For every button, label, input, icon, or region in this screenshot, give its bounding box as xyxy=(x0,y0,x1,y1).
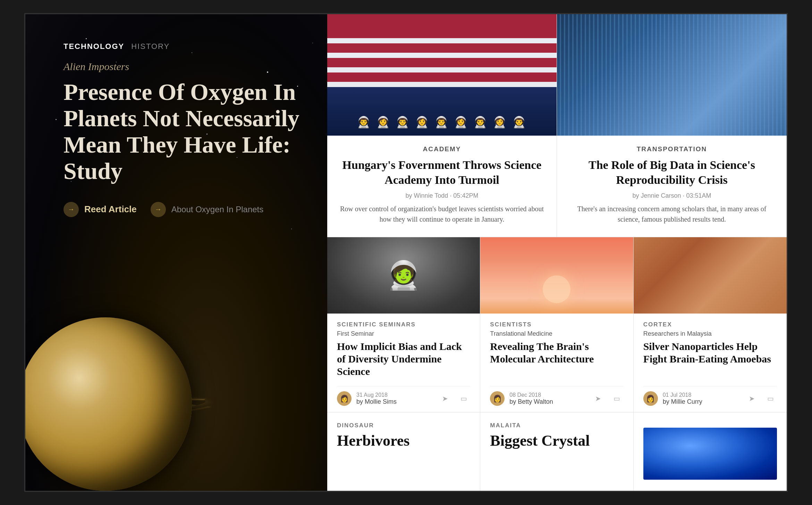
bookmark-icon[interactable]: ▭ xyxy=(457,392,470,405)
bigdata-category: TRANSPORTATION xyxy=(569,145,774,153)
share-icon[interactable]: ➤ xyxy=(438,392,451,405)
bigdata-image xyxy=(557,14,787,136)
brain-bookmark-icon[interactable]: ▭ xyxy=(610,392,624,405)
brain-actions: ➤ ▭ xyxy=(592,392,624,405)
betty-avatar: 👩 xyxy=(490,391,505,406)
crystal-title[interactable]: Biggest Crystal xyxy=(490,433,623,449)
nano-card: CORTEX Researchers in Malaysia Silver Na… xyxy=(634,237,787,412)
herbivores-card: DINOSAUR Herbivores xyxy=(327,412,480,491)
hungary-meta: by Winnie Todd · 05:42PM xyxy=(340,192,544,199)
middle-row: SCIENTIFIC SEMINARS First Seminar How Im… xyxy=(327,237,787,412)
breadcrumb-tags: TECHNOLOGY HISTORY xyxy=(64,42,306,51)
blue-sphere-image xyxy=(643,428,777,480)
implicit-bias-subcategory: First Seminar xyxy=(337,330,470,337)
nano-footer: 👩 01 Jul 2018 by Millie Curry ➤ ▭ xyxy=(643,386,777,406)
bigdata-meta: by Jennie Carson · 03:51AM xyxy=(569,192,774,199)
betty-info: 08 Dec 2018 by Betty Walton xyxy=(509,392,586,405)
hungary-title[interactable]: Hungary's Fovernment Throws Science Acad… xyxy=(340,158,544,187)
hungary-card-body: ACADEMY Hungary's Fovernment Throws Scie… xyxy=(327,136,557,237)
brain-date: 08 Dec 2018 xyxy=(509,392,586,398)
mollie-info: 31 Aug 2018 by Mollie Sims xyxy=(356,392,433,405)
tag-technology[interactable]: TECHNOLOGY xyxy=(64,42,124,51)
hero-title: Presence Of Oxygen In Planets Not Necess… xyxy=(64,79,299,185)
herbivores-category: DINOSAUR xyxy=(337,422,470,429)
saturn-illustration xyxy=(25,276,268,491)
bigdata-excerpt: There's an increasing concern among scho… xyxy=(569,204,774,224)
about-oxygen-link[interactable]: → About Oxygen In Planets xyxy=(151,202,264,217)
implicit-bias-footer: 👩 31 Aug 2018 by Mollie Sims ➤ ▭ xyxy=(337,386,470,406)
millie-info: 01 Jul 2018 by Millie Curry xyxy=(663,392,740,405)
astronauts-group-image xyxy=(327,14,557,136)
crystal-card: MALAITA Biggest Crystal xyxy=(480,412,633,491)
bottom-row: DINOSAUR Herbivores MALAITA Biggest Crys… xyxy=(327,412,787,491)
brain-author: by Betty Walton xyxy=(509,398,586,405)
implicit-bias-actions: ➤ ▭ xyxy=(438,392,470,405)
read-article-label: Reed Article xyxy=(84,204,137,215)
hungary-image xyxy=(327,14,557,136)
nano-title[interactable]: Silver Nanoparticles Help Fight Brain-Ea… xyxy=(643,340,777,382)
herbivores-title[interactable]: Herbivores xyxy=(337,433,470,449)
hero-links: → Reed Article → About Oxygen In Planets xyxy=(64,202,306,217)
brain-category: SCIENTISTS xyxy=(490,321,623,328)
nano-actions: ➤ ▭ xyxy=(745,392,777,405)
brain-image xyxy=(480,237,633,314)
nano-category: CORTEX xyxy=(643,321,777,328)
hungary-time: 05:42PM xyxy=(453,192,478,199)
brain-body: SCIENTISTS Translational Medicine Reveal… xyxy=(480,314,633,412)
hungary-card: ACADEMY Hungary's Fovernment Throws Scie… xyxy=(327,14,557,237)
bigdata-time: 03:51AM xyxy=(686,192,711,199)
skin-image xyxy=(634,237,787,314)
implicit-bias-body: SCIENTIFIC SEMINARS First Seminar How Im… xyxy=(327,314,480,412)
mollie-avatar: 👩 xyxy=(337,391,352,406)
pink-sky-image xyxy=(480,237,633,314)
implicit-bias-card: SCIENTIFIC SEMINARS First Seminar How Im… xyxy=(327,237,480,412)
hungary-excerpt: Row over control of organization's budge… xyxy=(340,204,544,224)
nano-body: CORTEX Researchers in Malaysia Silver Na… xyxy=(634,314,787,412)
brain-card: SCIENTISTS Translational Medicine Reveal… xyxy=(480,237,633,412)
tag-history[interactable]: HISTORY xyxy=(131,42,170,51)
bigdata-author: Jennie Carson xyxy=(641,192,681,199)
nano-bookmark-icon[interactable]: ▭ xyxy=(764,392,777,405)
implicit-bias-image xyxy=(327,237,480,314)
orange-suit-image xyxy=(327,237,480,314)
about-arrow-icon: → xyxy=(151,202,166,217)
about-oxygen-label: About Oxygen In Planets xyxy=(171,205,264,214)
nano-subcategory: Researchers in Malaysia xyxy=(643,330,777,337)
nano-date: 01 Jul 2018 xyxy=(663,392,740,398)
bigdata-title[interactable]: The Role of Big Data in Science's Reprod… xyxy=(569,158,774,187)
brain-share-icon[interactable]: ➤ xyxy=(592,392,605,405)
brain-subcategory: Translational Medicine xyxy=(490,330,623,337)
bigdata-card-body: TRANSPORTATION The Role of Big Data in S… xyxy=(557,136,787,237)
millie-avatar: 👩 xyxy=(643,391,658,406)
extra-card xyxy=(634,412,787,491)
implicit-bias-author: by Mollie Sims xyxy=(356,398,433,405)
hungary-category: ACADEMY xyxy=(340,145,544,153)
implicit-bias-category: SCIENTIFIC SEMINARS xyxy=(337,321,470,328)
implicit-bias-date: 31 Aug 2018 xyxy=(356,392,433,398)
news-grid: ACADEMY Hungary's Fovernment Throws Scie… xyxy=(327,14,787,491)
brain-title[interactable]: Revealing The Brain's Molecular Architec… xyxy=(490,340,623,382)
hero-content: TECHNOLOGY HISTORY Alien Imposters Prese… xyxy=(64,42,306,217)
hungary-author: Winnie Todd xyxy=(414,192,448,199)
nano-share-icon[interactable]: ➤ xyxy=(745,392,758,405)
nano-author: by Millie Curry xyxy=(663,398,740,405)
top-row: ACADEMY Hungary's Fovernment Throws Scie… xyxy=(327,14,787,237)
crystal-category: MALAITA xyxy=(490,422,623,429)
hero-panel: TECHNOLOGY HISTORY Alien Imposters Prese… xyxy=(25,14,327,491)
iguana-image xyxy=(557,14,787,136)
brain-footer: 👩 08 Dec 2018 by Betty Walton ➤ ▭ xyxy=(490,386,623,406)
bigdata-card: TRANSPORTATION The Role of Big Data in S… xyxy=(557,14,787,237)
hero-subtitle: Alien Imposters xyxy=(64,61,306,72)
blue-sphere xyxy=(643,428,777,480)
nano-image xyxy=(634,237,787,314)
read-arrow-icon: → xyxy=(64,202,79,217)
news-panel: ACADEMY Hungary's Fovernment Throws Scie… xyxy=(327,14,787,491)
read-article-link[interactable]: → Reed Article xyxy=(64,202,137,217)
implicit-bias-title[interactable]: How Implicit Bias and Lack of Diversity … xyxy=(337,340,470,382)
